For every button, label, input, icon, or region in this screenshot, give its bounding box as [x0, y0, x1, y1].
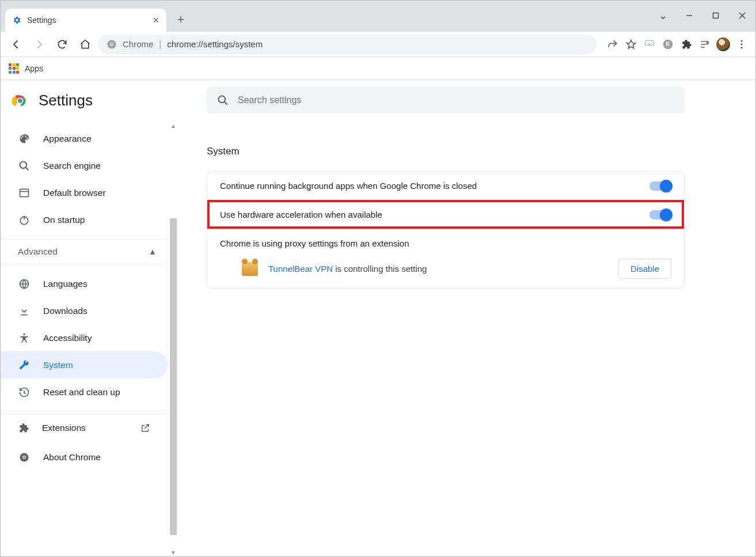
nav-appearance[interactable]: Appearance [1, 125, 168, 152]
settings-page: Settings Appearance Search engine Defaul… [1, 80, 755, 557]
scroll-thumb[interactable] [170, 218, 177, 535]
titlebar: Settings ✕ + ⌄ [1, 1, 755, 32]
browser-toolbar: Chrome | chrome://settings/system K [1, 32, 755, 57]
extensions-puzzle-icon[interactable] [678, 36, 694, 52]
omnibox-origin: Chrome [123, 39, 153, 49]
tunnelbear-icon [242, 262, 258, 276]
tab-title: Settings [27, 16, 147, 25]
maximize-button[interactable] [702, 4, 729, 27]
nav-languages[interactable]: Languages [1, 270, 168, 297]
apps-icon[interactable] [9, 63, 19, 74]
gear-icon [12, 16, 21, 25]
apps-label[interactable]: Apps [25, 64, 43, 73]
search-icon [18, 160, 31, 172]
chevron-up-icon: ▴ [150, 247, 155, 257]
section-title-system: System [207, 146, 721, 157]
open-external-icon [140, 423, 150, 433]
page-title: Settings [39, 92, 93, 109]
forward-button [29, 35, 49, 54]
sidebar-container: Settings Appearance Search engine Defaul… [1, 80, 178, 557]
sidebar-scrollbar[interactable]: ▲ ▼ [169, 120, 178, 557]
reload-button[interactable] [52, 35, 72, 54]
disable-button[interactable]: Disable [618, 259, 671, 279]
share-icon[interactable] [605, 36, 621, 52]
nav-system[interactable]: System [1, 351, 168, 378]
browser-icon [18, 187, 31, 199]
back-button[interactable] [6, 35, 26, 54]
chevron-down-icon[interactable]: ⌄ [649, 4, 676, 27]
nav-default-browser[interactable]: Default browser [1, 179, 168, 206]
svg-point-16 [20, 161, 27, 168]
home-button[interactable] [75, 35, 95, 54]
svg-point-6 [111, 43, 113, 46]
omnibox-path: chrome://settings/system [167, 39, 263, 49]
close-tab-icon[interactable]: ✕ [153, 16, 159, 25]
svg-point-14 [18, 98, 22, 103]
puzzle-icon [18, 422, 29, 434]
browser-tab[interactable]: Settings ✕ [5, 9, 166, 32]
scroll-up-arrow[interactable]: ▲ [169, 120, 178, 131]
nav-search-engine[interactable]: Search engine [1, 152, 168, 179]
system-card: Continue running background apps when Go… [207, 171, 685, 289]
extension-link[interactable]: TunnelBear VPN [268, 264, 333, 274]
extension-rest-text: is controlling this setting [333, 264, 427, 274]
settings-search[interactable] [207, 87, 685, 113]
accessibility-icon [18, 332, 31, 344]
nav-label: Appearance [43, 134, 92, 144]
toggle-hardware-acceleration[interactable] [649, 210, 671, 219]
proxy-message: Chrome is using proxy settings from an e… [220, 238, 671, 248]
nav-accessibility[interactable]: Accessibility [1, 324, 168, 351]
svg-point-12 [740, 47, 742, 48]
svg-point-26 [219, 96, 226, 103]
nav-label: Advanced [18, 247, 58, 257]
omnibox-separator: | [159, 39, 161, 49]
search-icon [217, 94, 229, 106]
power-icon [18, 214, 31, 226]
svg-rect-1 [713, 13, 719, 18]
svg-text:K: K [666, 41, 670, 47]
restore-icon [18, 387, 31, 398]
settings-sidebar[interactable]: Appearance Search engine Default browser… [1, 122, 168, 557]
pocket-icon[interactable] [641, 36, 658, 52]
nav-extensions[interactable]: Extensions [1, 414, 168, 441]
row-label: Use hardware acceleration when available [220, 210, 382, 219]
nav-label: Reset and clean up [43, 387, 120, 397]
download-icon [18, 305, 31, 317]
star-icon[interactable] [623, 36, 639, 52]
settings-content: System Continue running background apps … [178, 80, 755, 557]
row-hardware-acceleration: Use hardware acceleration when available [207, 200, 684, 229]
svg-point-25 [23, 456, 25, 458]
close-window-button[interactable] [729, 4, 755, 27]
row-label: Continue running background apps when Go… [220, 181, 477, 191]
nav-label: System [43, 360, 73, 370]
nav-label: Languages [43, 279, 88, 289]
chrome-product-icon [107, 39, 117, 50]
globe-icon [18, 278, 31, 290]
svg-point-11 [740, 43, 742, 45]
nav-label: On startup [43, 215, 85, 225]
palette-icon [18, 133, 31, 145]
nav-label: Default browser [43, 188, 106, 198]
bookmarks-bar: Apps [1, 57, 755, 80]
row-proxy: Chrome is using proxy settings from an e… [207, 229, 684, 288]
nav-label: Extensions [42, 423, 86, 433]
settings-search-input[interactable] [238, 95, 674, 105]
svg-point-10 [740, 40, 742, 41]
nav-label: Search engine [43, 161, 101, 171]
new-tab-button[interactable]: + [172, 11, 189, 28]
nav-reset[interactable]: Reset and clean up [1, 378, 168, 406]
chrome-logo-icon [12, 93, 28, 109]
nav-advanced-header[interactable]: Advanced ▴ [1, 239, 168, 264]
nav-downloads[interactable]: Downloads [1, 297, 168, 324]
minimize-button[interactable] [676, 4, 702, 27]
reading-list-icon[interactable] [697, 36, 713, 52]
profile-avatar[interactable] [715, 36, 731, 52]
window-controls: ⌄ [649, 4, 755, 27]
address-bar[interactable]: Chrome | chrome://settings/system [98, 35, 597, 54]
toggle-background-apps[interactable] [649, 181, 671, 191]
nav-on-startup[interactable]: On startup [1, 206, 168, 233]
menu-dots-icon[interactable] [734, 36, 750, 52]
extension-k-icon[interactable]: K [660, 36, 676, 52]
scroll-down-arrow[interactable]: ▼ [169, 547, 178, 557]
nav-about[interactable]: About Chrome [1, 444, 168, 471]
